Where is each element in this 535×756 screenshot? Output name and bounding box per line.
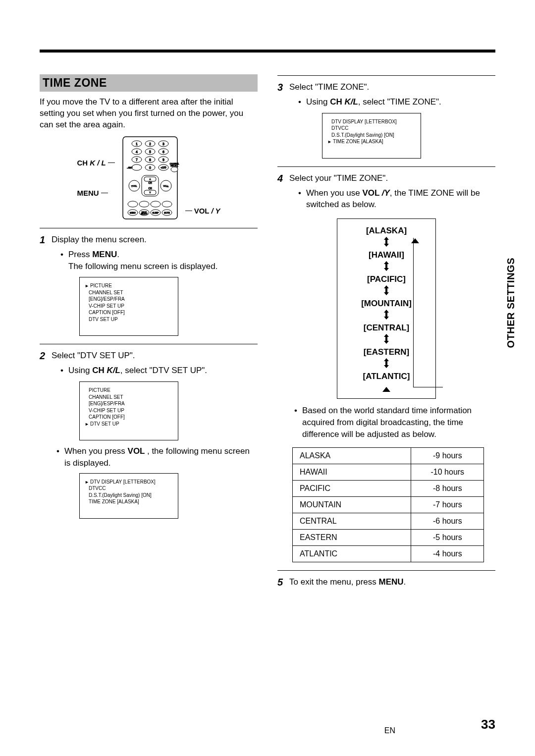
menu-item: [ENG]/ESP/FRA xyxy=(89,400,174,407)
svg-text:VOL△: VOL△ xyxy=(163,185,169,187)
two-column-layout: TIME ZONE If you move the TV to a differ… xyxy=(40,74,495,588)
menu-item: DTVCC xyxy=(89,485,174,492)
double-arrow-icon xyxy=(382,261,390,271)
label-ch-sym: K / L xyxy=(90,159,106,167)
svg-text:▲: ▲ xyxy=(149,177,151,180)
menu-item: CAPTION [OFF] xyxy=(89,414,174,421)
double-arrow-icon xyxy=(382,285,390,295)
label-vol-sym: / Y xyxy=(211,207,220,215)
step-1: 1 Display the menu screen. • Press MENU.… xyxy=(40,234,258,273)
t: To exit the menu, press xyxy=(289,577,378,587)
step-number: 4 xyxy=(277,173,285,212)
menu-screen-main-1: PICTURE CHANNEL SET [ENG]/ESP/FRA V-CHIP… xyxy=(79,277,178,336)
step-number: 3 xyxy=(277,82,285,109)
cell: PACIFIC xyxy=(293,480,411,496)
divider xyxy=(277,570,495,571)
t: The following menu screen is displayed. xyxy=(68,262,217,271)
step-4-note: • Based on the world standard time infor… xyxy=(294,405,495,440)
svg-text:CH: CH xyxy=(148,187,152,190)
table-row: CENTRAL-6 hours xyxy=(293,513,484,529)
menu-item: DTVCC xyxy=(331,125,417,132)
svg-text:MUTE: MUTE xyxy=(164,212,170,214)
t: Based on the world standard time informa… xyxy=(302,405,495,440)
svg-text:MENU: MENU xyxy=(130,212,136,214)
table-row: MOUNTAIN-7 hours xyxy=(293,496,484,513)
t: When you use xyxy=(306,188,362,198)
section-title: TIME ZONE xyxy=(40,74,258,92)
step-2-text: Select "DTV SET UP". xyxy=(52,351,135,360)
remote-diagram: CH K / L MENU 1 xyxy=(40,136,258,220)
menu-item: DTV SET UP xyxy=(89,316,174,323)
callout-vol: VOL / Y xyxy=(185,207,220,215)
double-arrow-icon xyxy=(382,358,390,368)
t: CH xyxy=(330,97,344,107)
svg-text:SLEEP: SLEEP xyxy=(152,212,159,214)
table-row: EASTERN-5 hours xyxy=(293,529,484,545)
step-3-text: Select "TIME ZONE". xyxy=(289,82,369,92)
svg-text:9: 9 xyxy=(162,158,164,162)
menu-item: CAPTION [OFF] xyxy=(89,309,174,316)
svg-text:–/ENT: –/ENT xyxy=(127,166,133,169)
svg-text:CH: CH xyxy=(148,181,152,184)
menu-item: V-CHIP SET UP xyxy=(89,407,174,414)
step-4-text: Select your "TIME ZONE". xyxy=(289,173,388,183)
cell: -8 hours xyxy=(411,480,484,496)
t: /Y xyxy=(382,188,390,198)
svg-text:0: 0 xyxy=(149,166,151,169)
table-row: ATLANTIC-4 hours xyxy=(293,545,484,562)
t: . xyxy=(117,250,119,259)
menu-item: D.S.T.(Daylight Saving) [ON] xyxy=(89,492,174,499)
table-row: HAWAII-10 hours xyxy=(293,464,484,480)
page: TIME ZONE If you move the TV to a differ… xyxy=(0,0,535,756)
t: Using xyxy=(68,366,92,375)
t: CH xyxy=(92,366,107,375)
menu-screen-dtv-1: DTV DISPLAY [LETTERBOX] DTVCC D.S.T.(Day… xyxy=(79,473,178,519)
step-1-text: Display the menu screen. xyxy=(52,235,147,244)
menu-item: PICTURE xyxy=(89,387,174,394)
menu-item: V-CHIP SET UP xyxy=(89,303,174,310)
cell: ATLANTIC xyxy=(293,545,411,562)
cell: ALASKA xyxy=(293,447,411,464)
divider xyxy=(277,75,495,76)
timezone-cycle-diagram: [ALASKA] [HAWAII] [PACIFIC] [MOUNTAIN] [… xyxy=(337,218,436,399)
step-number: 2 xyxy=(40,350,48,378)
cell: -6 hours xyxy=(411,513,484,529)
label-ch: CH xyxy=(77,159,88,167)
menu-item: CHANNEL SET xyxy=(89,289,174,296)
menu-item: TIME ZONE [ALASKA] xyxy=(89,498,174,505)
table-row: ALASKA-9 hours xyxy=(293,447,484,464)
t: Press xyxy=(68,250,92,259)
header-rule xyxy=(40,50,495,53)
left-column: TIME ZONE If you move the TV to a differ… xyxy=(40,74,258,588)
menu-item: [ENG]/ESP/FRA xyxy=(89,296,174,303)
step-5: 5 To exit the menu, press MENU. xyxy=(277,577,495,588)
timezone-offset-table: ALASKA-9 hours HAWAII-10 hours PACIFIC-8… xyxy=(292,447,484,562)
menu-screen-dtv-2: DTV DISPLAY [LETTERBOX] DTVCC D.S.T.(Day… xyxy=(322,113,421,159)
t: When you press xyxy=(64,446,128,456)
divider xyxy=(40,344,258,344)
menu-item: PICTURE xyxy=(85,282,174,289)
svg-text:4: 4 xyxy=(136,150,138,154)
divider xyxy=(277,166,495,167)
menu-item: TIME ZONE [ALASKA] xyxy=(327,138,417,145)
callout-ch: CH K / L xyxy=(77,159,114,167)
step-2: 2 Select "DTV SET UP". • Using CH K/L, s… xyxy=(40,350,258,378)
t: MENU xyxy=(92,250,117,259)
cell: -7 hours xyxy=(411,496,484,513)
menu-item: DTV SET UP xyxy=(85,421,174,428)
label-vol: VOL xyxy=(194,207,210,215)
step-3-bullet: • Using CH K/L, select "TIME ZONE". xyxy=(298,96,441,108)
step-2-bullet-1: • Using CH K/L, select "DTV SET UP". xyxy=(60,365,207,377)
double-arrow-icon xyxy=(382,310,390,320)
svg-point-27 xyxy=(171,167,178,172)
t: VOL xyxy=(128,446,147,456)
cell: EASTERN xyxy=(293,529,411,545)
svg-text:SELECT: SELECT xyxy=(141,213,148,215)
right-column: 3 Select "TIME ZONE". • Using CH K/L, se… xyxy=(277,74,495,588)
cell: HAWAII xyxy=(293,464,411,480)
step-4-bullet-1: • When you use VOL /Y, the TIME ZONE wil… xyxy=(298,187,495,211)
language-code: EN xyxy=(384,726,395,735)
cell: CENTRAL xyxy=(293,513,411,529)
svg-point-43 xyxy=(162,201,172,207)
svg-text:3: 3 xyxy=(162,142,164,146)
